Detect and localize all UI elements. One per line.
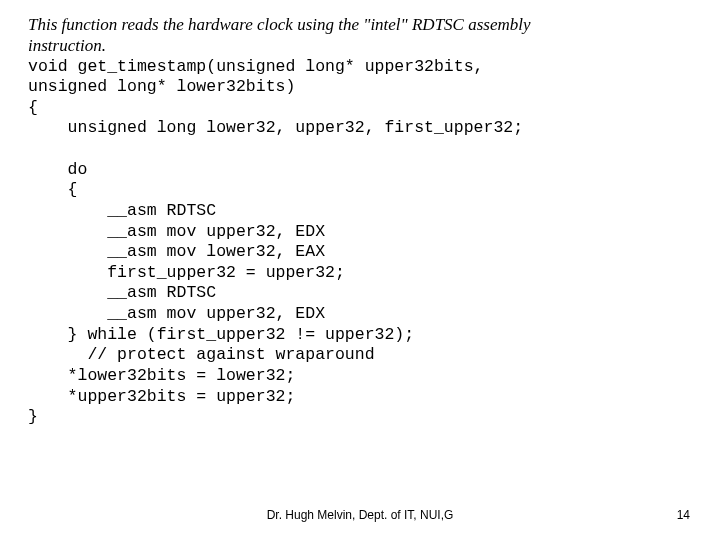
comment-line-2: instruction. bbox=[28, 35, 692, 56]
page-number: 14 bbox=[677, 508, 690, 522]
footer-credit: Dr. Hugh Melvin, Dept. of IT, NUI,G bbox=[0, 508, 720, 522]
code-block: void get_timestamp(unsigned long* upper3… bbox=[28, 57, 692, 428]
slide-page: This function reads the hardware clock u… bbox=[0, 0, 720, 540]
comment-line-1: This function reads the hardware clock u… bbox=[28, 14, 692, 35]
